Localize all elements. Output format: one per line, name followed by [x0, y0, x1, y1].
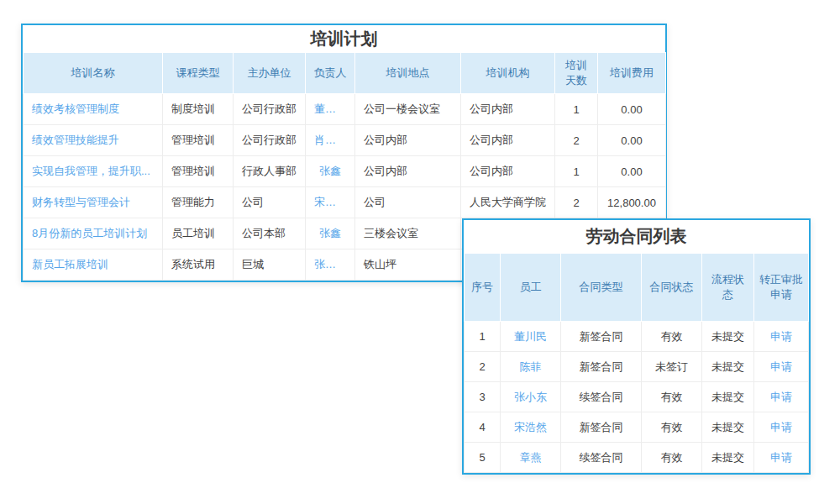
index-cell: 2	[465, 352, 501, 382]
days-cell: 1	[555, 156, 598, 187]
training-plan-title: 培训计划	[23, 25, 665, 52]
column-header-approval: 转正审批 申请	[754, 254, 809, 322]
contract-status-cell: 有效	[642, 322, 702, 352]
leader-cell[interactable]: 宋浩然	[306, 187, 355, 218]
organizer-cell: 公司行政部	[234, 125, 306, 156]
course-type-cell: 员工培训	[163, 218, 234, 249]
table-row: 5章燕续签合同有效未提交申请	[465, 443, 809, 473]
location-cell: 铁山坪	[355, 249, 461, 281]
table-row: 实现自我管理，提升职...管理培训行政人事部张鑫公司内部公司内部10.00	[24, 156, 666, 187]
column-header-days: 培训 天数	[555, 53, 598, 94]
course-type-cell: 制度培训	[163, 94, 234, 125]
course-type-cell: 系统试用	[163, 249, 234, 281]
training-name-cell[interactable]: 绩效管理技能提升	[24, 125, 163, 156]
course-type-cell: 管理能力	[163, 187, 234, 218]
approval-cell[interactable]: 申请	[754, 352, 809, 382]
column-header-cost: 培训费用	[598, 53, 666, 94]
training-name-cell[interactable]: 新员工拓展培训	[24, 249, 163, 281]
location-cell: 公司一楼会议室	[355, 94, 461, 125]
leader-cell[interactable]: 董川民	[306, 94, 355, 125]
leader-cell[interactable]: 张鑫	[306, 218, 355, 249]
column-header-course-type: 课程类型	[163, 53, 234, 94]
contract-type-cell: 新签合同	[561, 322, 642, 352]
column-header-contract-type: 合同类型	[561, 254, 642, 322]
table-row: 绩效考核管理制度制度培训公司行政部董川民公司一楼会议室公司内部10.00	[24, 94, 666, 125]
organizer-cell: 公司行政部	[234, 94, 306, 125]
process-status-cell: 未提交	[702, 322, 754, 352]
approval-cell[interactable]: 申请	[754, 382, 809, 412]
process-status-cell: 未提交	[702, 443, 754, 473]
days-cell: 2	[555, 125, 598, 156]
cost-cell: 0.00	[598, 156, 666, 187]
column-header-organizer: 主办单位	[234, 53, 306, 94]
table-row: 财务转型与管理会计管理能力公司宋浩然公司人民大学商学院212,800.00	[24, 187, 666, 218]
column-header-leader: 负责人	[306, 53, 355, 94]
course-type-cell: 管理培训	[163, 156, 234, 187]
cost-cell: 12,800.00	[598, 187, 666, 218]
approval-cell[interactable]: 申请	[754, 412, 809, 443]
column-header-institution: 培训机构	[461, 53, 555, 94]
training-name-cell[interactable]: 实现自我管理，提升职...	[24, 156, 163, 187]
organizer-cell: 公司	[234, 187, 306, 218]
table-row: 3张小东续签合同有效未提交申请	[465, 382, 809, 412]
cost-cell: 0.00	[598, 94, 666, 125]
index-cell: 3	[465, 382, 501, 412]
process-status-cell: 未提交	[702, 352, 754, 382]
employee-cell[interactable]: 张小东	[501, 382, 561, 412]
header-row: 培训名称课程类型主办单位负责人培训地点培训机构培训 天数培训费用	[24, 53, 666, 94]
employee-cell[interactable]: 陈菲	[501, 352, 561, 382]
institution-cell: 公司内部	[461, 94, 555, 125]
employee-cell[interactable]: 宋浩然	[501, 412, 561, 443]
organizer-cell: 行政人事部	[234, 156, 306, 187]
training-name-cell[interactable]: 财务转型与管理会计	[24, 187, 163, 218]
column-header-training-name: 培训名称	[24, 53, 163, 94]
institution-cell: 公司内部	[461, 125, 555, 156]
training-name-cell[interactable]: 绩效考核管理制度	[24, 94, 163, 125]
column-header-contract-status: 合同状态	[642, 254, 702, 322]
approval-cell[interactable]: 申请	[754, 443, 809, 473]
location-cell: 三楼会议室	[355, 218, 461, 249]
employee-cell[interactable]: 章燕	[501, 443, 561, 473]
cost-cell: 0.00	[598, 125, 666, 156]
course-type-cell: 管理培训	[163, 125, 234, 156]
leader-cell[interactable]: 肖亚军	[306, 125, 355, 156]
organizer-cell: 巨城	[234, 249, 306, 281]
labor-contract-panel: 劳动合同列表 序号员工合同类型合同状态流程状 态转正审批 申请1董川民新签合同有…	[462, 218, 811, 475]
column-header-index: 序号	[465, 254, 501, 322]
contract-status-cell: 有效	[642, 443, 702, 473]
employee-cell[interactable]: 董川民	[501, 322, 561, 352]
index-cell: 1	[465, 322, 501, 352]
process-status-cell: 未提交	[702, 382, 754, 412]
column-header-process-status: 流程状 态	[702, 254, 754, 322]
column-header-location: 培训地点	[355, 53, 461, 94]
index-cell: 4	[465, 412, 501, 443]
process-status-cell: 未提交	[702, 412, 754, 443]
leader-cell[interactable]: 张小东	[306, 249, 355, 281]
labor-contract-table: 序号员工合同类型合同状态流程状 态转正审批 申请1董川民新签合同有效未提交申请2…	[464, 253, 809, 473]
table-row: 1董川民新签合同有效未提交申请	[465, 322, 809, 352]
index-cell: 5	[465, 443, 501, 473]
table-row: 4宋浩然新签合同有效未提交申请	[465, 412, 809, 443]
institution-cell: 人民大学商学院	[461, 187, 555, 218]
location-cell: 公司	[355, 187, 461, 218]
contract-status-cell: 未签订	[642, 352, 702, 382]
column-header-employee: 员工	[501, 254, 561, 322]
table-row: 2陈菲新签合同未签订未提交申请	[465, 352, 809, 382]
header-row: 序号员工合同类型合同状态流程状 态转正审批 申请	[465, 254, 809, 322]
contract-status-cell: 有效	[642, 382, 702, 412]
days-cell: 1	[555, 94, 598, 125]
contract-type-cell: 续签合同	[561, 443, 642, 473]
contract-type-cell: 新签合同	[561, 412, 642, 443]
approval-cell[interactable]: 申请	[754, 322, 809, 352]
days-cell: 2	[555, 187, 598, 218]
training-name-cell[interactable]: 8月份新的员工培训计划	[24, 218, 163, 249]
labor-contract-title: 劳动合同列表	[464, 220, 809, 253]
location-cell: 公司内部	[355, 125, 461, 156]
contract-status-cell: 有效	[642, 412, 702, 443]
organizer-cell: 公司本部	[234, 218, 306, 249]
table-row: 绩效管理技能提升管理培训公司行政部肖亚军公司内部公司内部20.00	[24, 125, 666, 156]
contract-type-cell: 续签合同	[561, 382, 642, 412]
contract-type-cell: 新签合同	[561, 352, 642, 382]
leader-cell[interactable]: 张鑫	[306, 156, 355, 187]
location-cell: 公司内部	[355, 156, 461, 187]
